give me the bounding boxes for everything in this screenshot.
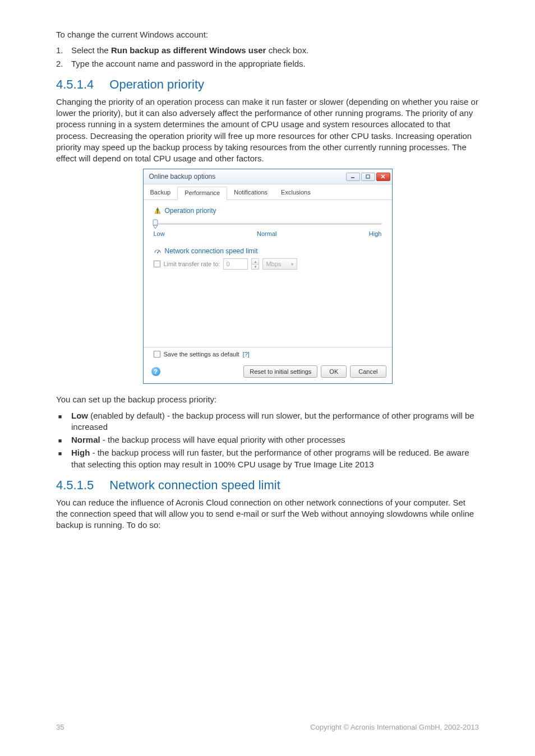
svg-marker-8 [153, 225, 158, 229]
intro-paragraph: To change the current Windows account: [56, 29, 479, 40]
paragraph-net-speed: You can reduce the influence of Acronis … [56, 497, 479, 531]
slider-labels: Low Normal High [154, 230, 382, 237]
dialog-online-backup-options: Online backup options Backup Performance [143, 169, 393, 384]
unit-value: Mbps [266, 261, 281, 267]
tab-exclusions[interactable]: Exclusions [274, 187, 317, 200]
priority-icon [154, 207, 162, 215]
transfer-rate-input[interactable] [223, 258, 248, 270]
svg-rect-1 [366, 175, 370, 178]
tab-performance[interactable]: Performance [177, 187, 227, 200]
limit-transfer-label: Limit transfer rate to: [164, 261, 220, 267]
section-label: Network connection speed limit [165, 247, 258, 255]
list-item: ■ Low (enabled by default) - the backup … [56, 410, 479, 433]
minimize-button[interactable] [346, 173, 360, 181]
list-text: Normal - the backup process will have eq… [71, 434, 345, 446]
spin-down-icon[interactable]: ▼ [252, 264, 259, 270]
transfer-rate-spinner[interactable]: ▲ ▼ [251, 258, 259, 270]
priority-slider[interactable] [154, 218, 382, 229]
maximize-button[interactable] [361, 173, 375, 181]
page-footer: 35 Copyright © Acronis International Gmb… [56, 723, 479, 731]
svg-point-10 [157, 252, 158, 253]
list-number: 2. [56, 59, 64, 68]
network-meter-icon [154, 247, 162, 255]
list-text: Select the Run backup as different Windo… [71, 45, 308, 56]
post-dialog-paragraph: You can set up the backup process priori… [56, 394, 479, 405]
reset-button[interactable]: Reset to initial settings [243, 365, 317, 378]
svg-rect-7 [153, 220, 158, 225]
slider-label-high: High [369, 230, 382, 237]
help-icon[interactable]: ? [151, 367, 160, 376]
bullet-icon: ■ [56, 450, 64, 457]
list-text: High - the backup process will run faste… [71, 447, 479, 470]
bulleted-list: ■ Low (enabled by default) - the backup … [56, 410, 479, 470]
page-number: 35 [56, 723, 64, 731]
paragraph-op-priority: Changing the priority of an operation pr… [56, 96, 479, 165]
copyright-text: Copyright © Acronis International GmbH, … [310, 723, 479, 731]
tab-strip: Backup Performance Notifications Exclusi… [144, 187, 392, 200]
list-item: 2. Type the account name and password in… [56, 58, 479, 69]
slider-label-low: Low [154, 230, 165, 237]
spin-up-icon[interactable]: ▲ [252, 259, 259, 264]
slider-thumb[interactable] [153, 219, 158, 229]
list-item: 1. Select the Run backup as different Wi… [56, 45, 479, 56]
ok-button[interactable]: OK [321, 365, 347, 378]
bullet-icon: ■ [56, 437, 64, 444]
bullet-icon: ■ [56, 413, 64, 420]
minimize-icon [350, 174, 355, 179]
section-label: Operation priority [165, 207, 216, 215]
section-heading-op-priority: 4.5.1.4Operation priority [56, 77, 479, 92]
section-operation-priority: Operation priority [154, 207, 382, 215]
limit-transfer-checkbox[interactable] [154, 261, 160, 267]
list-number: 1. [56, 45, 64, 55]
save-default-label: Save the settings as default [164, 351, 239, 358]
list-item: ■ High - the backup process will run fas… [56, 447, 479, 470]
section-heading-net-speed: 4.5.1.5Network connection speed limit [56, 478, 479, 493]
close-button[interactable] [376, 173, 390, 181]
save-default-checkbox[interactable] [154, 351, 160, 358]
list-text: Low (enabled by default) - the backup pr… [71, 410, 479, 433]
close-icon [381, 174, 385, 179]
maximize-icon [366, 174, 370, 179]
tab-backup[interactable]: Backup [144, 187, 178, 200]
tab-notifications[interactable]: Notifications [227, 187, 274, 200]
slider-label-normal: Normal [257, 230, 276, 237]
section-network-speed: Network connection speed limit [154, 247, 382, 255]
numbered-list: 1. Select the Run backup as different Wi… [56, 45, 479, 69]
dialog-titlebar[interactable]: Online backup options [144, 169, 392, 184]
cancel-button[interactable]: Cancel [350, 365, 386, 378]
unit-select[interactable]: Mbps ▼ [262, 258, 297, 270]
list-text: Type the account name and password in th… [71, 58, 306, 69]
chevron-down-icon: ▼ [290, 262, 294, 266]
dialog-title: Online backup options [149, 173, 216, 180]
list-item: ■ Normal - the backup process will have … [56, 434, 479, 446]
help-link[interactable]: [?] [243, 351, 250, 358]
